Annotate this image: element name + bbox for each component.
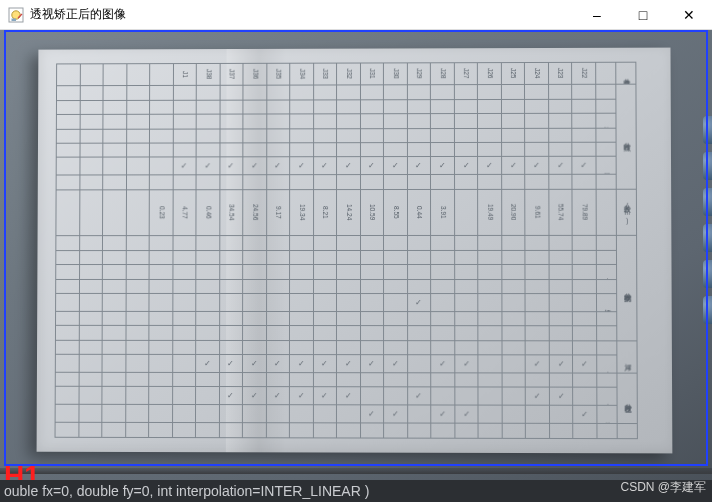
svg-rect-2 — [12, 18, 17, 21]
cell-category — [243, 236, 266, 250]
cell-id: J32 — [337, 63, 360, 85]
cell-id: J23 — [548, 62, 572, 84]
cell-feature — [196, 100, 219, 114]
cell-feature — [360, 114, 383, 128]
cell-category — [337, 250, 361, 264]
cell-feature — [572, 175, 596, 189]
cell-feature — [548, 113, 572, 127]
cell-distance: 0.23 — [149, 189, 172, 236]
cell-feature — [173, 114, 196, 128]
cell-feature — [454, 99, 478, 113]
cell-notes — [455, 424, 479, 439]
cell-position — [290, 405, 314, 423]
cell-position — [431, 373, 455, 387]
cell-category — [313, 279, 337, 293]
cell-category — [360, 279, 384, 293]
titlebar[interactable]: 透视矫正后的图像 – □ ✕ — [0, 0, 712, 30]
cell-position: ✓ — [266, 387, 290, 405]
cell-position — [78, 405, 101, 423]
cell-category — [502, 236, 526, 250]
cell-feature — [384, 128, 408, 142]
image-viewport[interactable]: J1J38J37J36J35J34J33J32J31J30J29J28J27J2… — [0, 30, 712, 502]
cell-bank — [407, 340, 431, 354]
cell-position: ✓ — [407, 387, 431, 405]
cell-category — [102, 279, 125, 293]
cell-position: ✓ — [573, 406, 597, 424]
sub-header-feature: 油 — [596, 142, 616, 156]
close-button[interactable]: ✕ — [666, 0, 712, 30]
sub-header-category: 粘田 — [596, 250, 616, 264]
cell-id: J31 — [360, 63, 383, 85]
cell-feature: ✓ — [173, 157, 196, 175]
cell-bank: ✓ — [549, 355, 573, 373]
cell-bank: ✓ — [337, 355, 361, 373]
cell-bank — [79, 340, 102, 354]
cell-position: ✓ — [455, 405, 479, 423]
cell-position — [360, 373, 384, 387]
cell-category — [478, 265, 502, 279]
cell-position — [313, 373, 337, 387]
cell-notes — [266, 423, 290, 438]
table-row: 构筑 — [56, 113, 636, 129]
cell-feature — [80, 100, 103, 114]
cell-bank — [172, 354, 195, 372]
cell-bank — [573, 341, 597, 355]
cell-position — [407, 373, 431, 387]
cell-distance: 4.77 — [173, 189, 196, 236]
cell-category — [126, 293, 149, 311]
sub-header-category: 水田 — [596, 265, 616, 279]
sub-header-feature: 锚 — [596, 85, 616, 99]
cell-feature — [572, 99, 596, 113]
cell-category — [549, 312, 573, 326]
cell-bank — [79, 354, 102, 372]
cell-category — [172, 326, 195, 340]
cell-notes — [219, 423, 243, 438]
cell-category — [126, 236, 149, 250]
cell-id — [80, 64, 103, 86]
cell-bank — [549, 340, 573, 354]
cell-position — [337, 405, 361, 423]
maximize-button[interactable]: □ — [620, 0, 666, 30]
cell-category — [79, 265, 102, 279]
document-paper: J1J38J37J36J35J34J33J32J31J30J29J28J27J2… — [37, 48, 673, 454]
cell-position — [102, 405, 125, 423]
cell-position — [266, 373, 290, 387]
cell-feature: ✓ — [501, 157, 525, 175]
cell-feature — [266, 128, 289, 142]
cell-bank — [243, 340, 266, 354]
cell-bank — [219, 340, 242, 354]
cell-distance — [126, 189, 149, 236]
cell-id: J26 — [478, 63, 502, 85]
cell-category — [243, 250, 266, 264]
cell-feature — [56, 129, 79, 143]
cell-notes — [243, 423, 267, 438]
cell-distance: 9.17 — [266, 189, 289, 236]
cell-feature — [501, 99, 525, 113]
cell-category — [573, 250, 597, 264]
table-row: 油 — [56, 142, 636, 157]
cell-category — [149, 250, 172, 264]
sub-header-feature: 水漏 — [596, 128, 616, 142]
cell-position: ✓ — [243, 387, 267, 405]
cell-category — [525, 326, 549, 340]
cell-notes — [573, 424, 597, 439]
cell-notes — [290, 423, 314, 438]
cell-feature — [313, 100, 336, 114]
cell-feature: ✓ — [478, 157, 502, 175]
cell-feature — [80, 129, 103, 143]
cell-category — [196, 265, 219, 279]
cell-id: J24 — [525, 62, 549, 84]
sub-header-category: 路边 — [596, 236, 616, 250]
cell-category — [173, 236, 196, 250]
cell-notes — [313, 423, 337, 438]
minimize-button[interactable]: – — [574, 0, 620, 30]
cell-category — [313, 265, 337, 279]
cell-position — [290, 373, 314, 387]
cell-category — [219, 326, 242, 340]
cell-category — [384, 236, 408, 250]
cell-feature: ✓ — [220, 157, 243, 175]
cell-category — [172, 311, 195, 325]
group-header-notes: 说明 — [617, 424, 637, 439]
cell-category — [454, 312, 478, 326]
cell-category — [455, 326, 479, 340]
